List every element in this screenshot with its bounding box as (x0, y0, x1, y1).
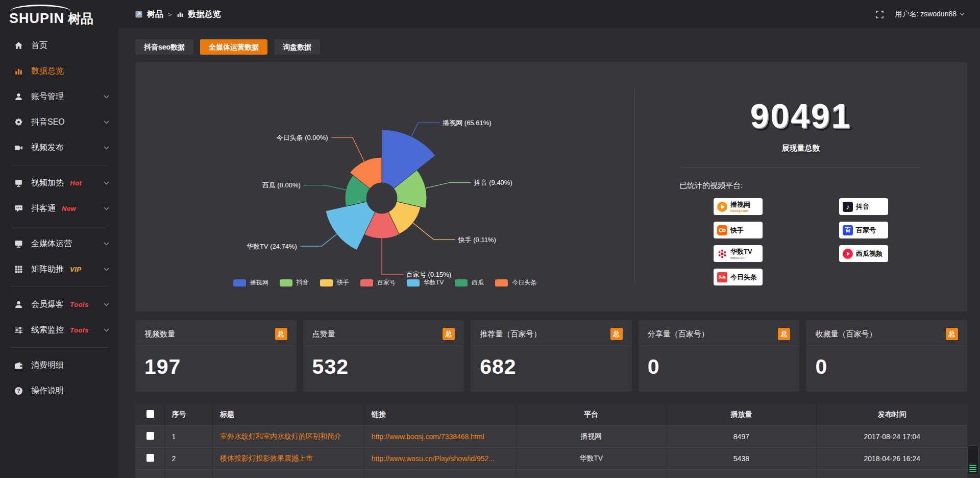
checkbox[interactable] (146, 410, 154, 418)
sidebar-item-expense[interactable]: 消费明细 (0, 352, 118, 378)
table-header-5: 发布时间 (817, 404, 967, 425)
platform-name: 百家号 (856, 227, 876, 233)
legend-item-西瓜[interactable]: 西瓜 (455, 278, 484, 287)
platform-column-2: ♪抖音百百家号西瓜视频 (839, 198, 888, 285)
cell-platform: 播视网 (517, 425, 666, 447)
sidebar-item-label: 首页 (31, 40, 47, 51)
legend-item-播视网[interactable]: 播视网 (233, 278, 268, 287)
platform-name-wrap: 抖音 (856, 203, 869, 210)
stat-card-1: 点赞量总532 (303, 320, 464, 392)
tab-0[interactable]: 抖音seo数据 (135, 39, 193, 55)
platform-badge-华数TV: 华数TVwasu.cn (714, 245, 763, 262)
topbar: 树品 > 数据总览 用户名: zswodun88 (118, 0, 980, 29)
breadcrumb-root[interactable]: 树品 (147, 9, 163, 20)
stat-card-value: 0 (806, 347, 967, 379)
sidebar-item-label: 全媒体运营 (31, 238, 72, 249)
legend-item-华数TV[interactable]: 华数TV (407, 278, 444, 287)
pie-label: 百家号 (0.15%) (406, 271, 451, 278)
legend-label: 华数TV (424, 278, 444, 287)
stat-cards-row: 视频数量总197点赞量总532推荐量（百家号）总682分享量（百家号）总0收藏量… (135, 320, 967, 392)
platform-name-wrap: 西瓜视频 (856, 250, 883, 257)
legend-swatch (455, 279, 468, 286)
sidebar-item-matrix[interactable]: 矩阵助推VIP (0, 256, 118, 282)
sidebar-item-badge: New (62, 205, 76, 212)
sidebar-item-member[interactable]: 会员爆客Tools (0, 292, 118, 317)
stat-card-title: 收藏量（百家号） (815, 329, 876, 339)
stat-card-header: 视频数量总 (135, 320, 297, 347)
pie-label: 快手 (0.11%) (458, 236, 496, 244)
video-url-link[interactable]: http://www.wasu.cn/Play/show/id/952... (372, 455, 495, 463)
sidebar-item-label: 矩阵助推 (31, 264, 64, 275)
user-menu[interactable]: 用户名: zswodun88 (895, 10, 965, 19)
cell-plays: 8497 (666, 425, 817, 447)
sidebar-divider (10, 347, 108, 348)
platform-name-wrap: 百家号 (856, 227, 876, 233)
platform-badge-西瓜视频: 西瓜视频 (839, 245, 888, 262)
sidebar-item-overview[interactable]: 数据总览 (0, 58, 118, 84)
tab-1[interactable]: 全媒体运营数据 (200, 39, 267, 55)
sidebar-item-account[interactable]: 账号管理 (0, 84, 118, 109)
pie-slice-华数TV[interactable] (326, 202, 375, 250)
platforms-label: 已统计的视频平台: (679, 181, 967, 190)
tab-2[interactable]: 询盘数据 (274, 39, 320, 55)
total-badge: 总 (610, 328, 623, 340)
platform-toutiao-icon: 头条 (717, 272, 727, 282)
sidebar-item-seo[interactable]: 抖音SEO (0, 109, 118, 135)
gear-icon (14, 117, 23, 127)
platform-kuaishou-icon (717, 225, 727, 235)
sidebar-item-heat[interactable]: 视频加热Hot (0, 170, 118, 196)
sidebar-item-publish[interactable]: 视频发布 (0, 135, 118, 160)
cell-empty (364, 469, 516, 478)
sidebar-item-label: 账号管理 (31, 91, 64, 102)
pie-label: 播视网 (65.61%) (443, 119, 491, 127)
chevron-down-icon (104, 121, 109, 124)
fullscreen-icon[interactable] (876, 11, 884, 18)
platform-name-wrap: 华数TVwasu.cn (730, 248, 752, 259)
platform-baijia-icon: 百 (843, 225, 853, 235)
platform-badge-播视网: 播视网boosj.com (714, 198, 763, 215)
platform-subtext: wasu.cn (730, 256, 745, 259)
legend-label: 今日头条 (512, 278, 536, 287)
video-title-link[interactable]: 室外水纹灯和室内水纹灯的区别和简介 (220, 432, 341, 440)
question-icon: ? (14, 386, 23, 396)
checkbox[interactable] (146, 454, 154, 462)
overview-panel: 播视网 (65.61%)抖音 (9.40%)快手 (0.11%)百家号 (0.1… (135, 62, 967, 312)
cell-no: 1 (164, 425, 213, 447)
platform-douyin-icon: ♪ (843, 202, 853, 212)
stat-card-4: 收藏量（百家号）总0 (806, 320, 967, 392)
logo-text-cn: 树品 (68, 12, 93, 25)
table-row-partial (135, 469, 967, 478)
legend-item-快手[interactable]: 快手 (320, 278, 349, 287)
sidebar-item-media[interactable]: 全媒体运营 (0, 231, 118, 256)
legend-label: 快手 (337, 278, 349, 287)
legend-item-今日头条[interactable]: 今日头条 (495, 278, 536, 287)
legend-swatch (233, 279, 246, 286)
sidebar-divider (10, 165, 108, 165)
legend-swatch (495, 279, 508, 286)
cell-empty (164, 469, 213, 478)
pie-label: 华数TV (24.74%) (247, 243, 297, 250)
sidebar-item-douketong[interactable]: 抖客通New (0, 196, 118, 221)
legend-swatch (280, 279, 292, 286)
stat-card-value: 197 (135, 347, 297, 379)
total-badge: 总 (778, 328, 790, 340)
video-url-link[interactable]: http://www.boosj.com/7338468.html (372, 433, 484, 441)
legend-item-抖音[interactable]: 抖音 (280, 278, 309, 287)
sidebar-item-home[interactable]: 首页 (0, 33, 118, 58)
platform-name: 西瓜视频 (856, 250, 883, 257)
stat-card-3: 分享量（百家号）总0 (639, 320, 800, 392)
floating-side-widget[interactable] (967, 445, 978, 474)
breadcrumb-root-icon (135, 11, 142, 18)
main-content: 抖音seo数据全媒体运营数据询盘数据 播视网 (65.61%)抖音 (9.40%… (118, 29, 980, 478)
sidebar-item-clue[interactable]: 线索监控Tools (0, 317, 118, 343)
platform-xigua-icon (843, 249, 853, 259)
cell-empty (213, 469, 364, 478)
chevron-down-icon (104, 207, 109, 210)
impressions-total: 90491 (634, 99, 967, 133)
video-title-link[interactable]: 楼体投影灯投影效果震撼上市 (220, 454, 313, 462)
sliders-icon (14, 325, 23, 335)
table-header-3: 平台 (517, 404, 666, 425)
checkbox[interactable] (146, 432, 154, 440)
sidebar-item-guide[interactable]: ?操作说明 (0, 378, 118, 403)
legend-item-百家号[interactable]: 百家号 (360, 278, 396, 287)
